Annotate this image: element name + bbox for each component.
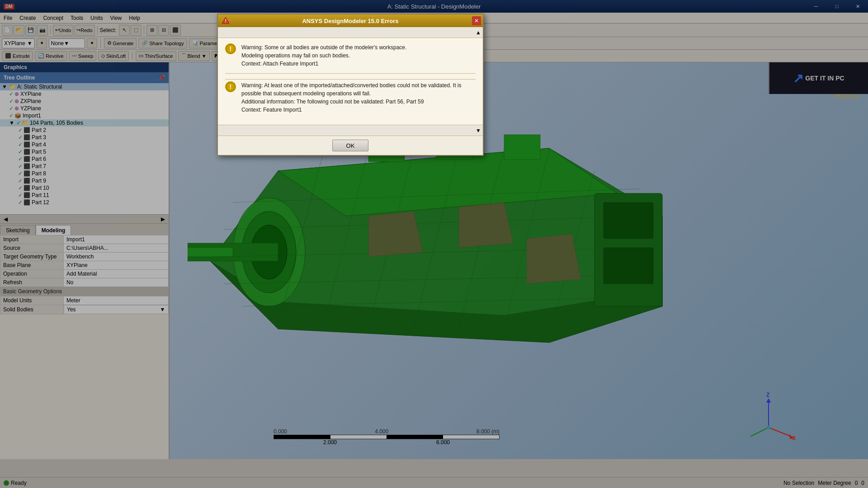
warning-icon-2: ! [225, 81, 236, 92]
error-dialog-titlebar: ! ANSYS DesignModeler 15.0 Errors ✕ [218, 14, 483, 27]
warning-text-1: Warning: Some or all bodies are outside … [241, 43, 406, 68]
ok-button[interactable]: OK [332, 140, 368, 151]
error-dialog-body: ! Warning: Some or all bodies are outsid… [218, 38, 483, 125]
warning-divider [225, 79, 476, 80]
svg-text:!: ! [230, 83, 232, 90]
dialog-title-text: ANSYS DesignModeler 15.0 Errors [302, 18, 398, 24]
scroll-up-icon[interactable]: ▲ [476, 29, 481, 36]
warning-text-2: Warning: At least one of the imported/at… [241, 81, 476, 114]
dialog-title-icon: ! [222, 17, 230, 25]
warning-icon-1: ! [225, 43, 236, 54]
svg-text:!: ! [225, 19, 226, 23]
modal-overlay: ! ANSYS DesignModeler 15.0 Errors ✕ ▲ ! … [0, 0, 868, 488]
svg-text:!: ! [230, 45, 232, 52]
dialog-scroll-top: ▲ [218, 27, 483, 38]
dialog-scroll-bottom: ▼ [218, 125, 483, 136]
warning-item-2: ! Warning: At least one of the imported/… [225, 81, 476, 119]
error-dialog-footer: OK [218, 136, 483, 155]
warning-item-1: ! Warning: Some or all bodies are outsid… [225, 43, 476, 74]
error-dialog: ! ANSYS DesignModeler 15.0 Errors ✕ ▲ ! … [217, 14, 484, 156]
scroll-down-icon[interactable]: ▼ [476, 127, 481, 134]
dialog-close-btn[interactable]: ✕ [472, 16, 481, 25]
